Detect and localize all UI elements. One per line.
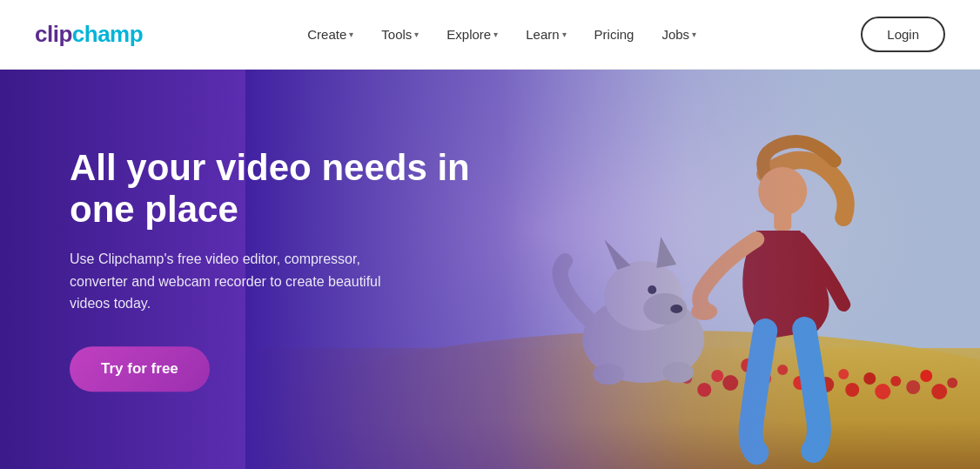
hero-title: All your video needs in one place (70, 147, 522, 231)
logo[interactable]: clipchamp (35, 21, 143, 48)
chevron-down-icon: ▾ (493, 30, 498, 39)
nav-label-create: Create (307, 27, 346, 42)
header: clipchamp Create ▾ Tools ▾ Explore ▾ Lea… (0, 0, 980, 70)
chevron-down-icon: ▾ (692, 30, 696, 39)
chevron-down-icon: ▾ (349, 30, 353, 39)
nav-item-jobs[interactable]: Jobs ▾ (651, 20, 707, 49)
nav-label-learn: Learn (526, 27, 559, 42)
nav-label-tools: Tools (381, 27, 412, 42)
hero-content: All your video needs in one place Use Cl… (70, 147, 522, 392)
nav-item-pricing[interactable]: Pricing (584, 20, 645, 49)
nav-label-pricing: Pricing (594, 27, 634, 42)
nav-item-create[interactable]: Create ▾ (297, 20, 364, 49)
logo-clip: clip (35, 21, 72, 47)
logo-champ: champ (72, 21, 143, 47)
login-button[interactable]: Login (861, 17, 945, 52)
chevron-down-icon: ▾ (414, 30, 419, 39)
chevron-down-icon: ▾ (562, 30, 567, 39)
nav-item-learn[interactable]: Learn ▾ (515, 20, 576, 49)
hero-subtitle: Use Clipchamp's free video editor, compr… (70, 248, 418, 315)
nav-label-jobs: Jobs (661, 27, 689, 42)
hero-section: All your video needs in one place Use Cl… (0, 70, 980, 469)
main-nav: Create ▾ Tools ▾ Explore ▾ Learn ▾ Prici… (297, 20, 707, 49)
nav-item-explore[interactable]: Explore ▾ (436, 20, 508, 49)
nav-label-explore: Explore (446, 27, 491, 42)
nav-item-tools[interactable]: Tools ▾ (371, 20, 429, 49)
try-for-free-button[interactable]: Try for free (70, 346, 210, 392)
